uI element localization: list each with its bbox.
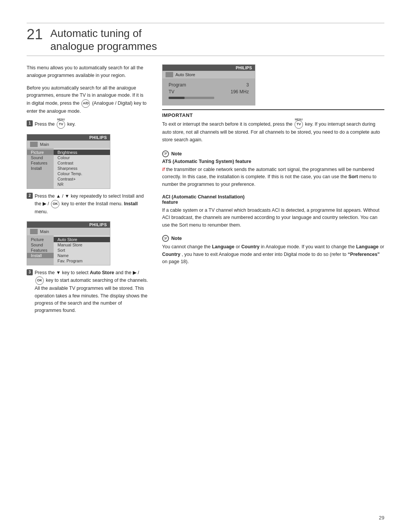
- aci-title: ACI (Automatic Channel Installation) fea…: [162, 194, 384, 205]
- menu-item-sound: Sound: [27, 155, 54, 160]
- menu2-item-favprogram: Fav. Program: [54, 258, 110, 264]
- ad-key-badge: A/D: [81, 99, 90, 108]
- page-number: 29: [379, 515, 384, 521]
- step1-num: 1: [27, 120, 33, 126]
- note2-icon: ☞: [162, 235, 169, 242]
- philips-topbar-2: Main: [27, 228, 110, 235]
- tv-key-badge-1: MENU TV: [57, 120, 65, 129]
- menu2-item-picture: Picture: [27, 237, 54, 242]
- autostore-progress-bar: [169, 97, 214, 99]
- step1-row: 1 Press the MENU TV key.: [27, 120, 148, 129]
- note2-title-row: ☞ Note: [162, 235, 384, 242]
- menu-item-contrast: Contrast: [54, 160, 110, 166]
- menu-item-picture: Picture: [27, 150, 54, 155]
- note2-text: You cannot change the Language or Countr…: [162, 243, 384, 265]
- philips-menu-body-1: Picture Sound Features Install Brightnes…: [27, 148, 110, 189]
- menu2-item-sort: Sort: [54, 248, 110, 253]
- philips-menu-1: PHILIPS Main Picture Sound Features Inst…: [27, 134, 110, 189]
- page: 21 Automatic tuning of analogue programm…: [0, 0, 411, 532]
- philips-menu-right-1: Brightness Colour Contrast Sharpness Col…: [54, 148, 110, 189]
- step2-num: 2: [27, 193, 33, 199]
- note1-label: Note: [171, 151, 182, 157]
- autostore-row1: Program 3: [169, 82, 249, 88]
- philips-menu-left-2: Picture Sound Features Install: [27, 235, 54, 265]
- step2-row: 2 Press the ▲ / ▼ key repeatedly to sele…: [27, 193, 148, 216]
- menu2-item-manualstore: Manual Store: [54, 242, 110, 248]
- intro-para2: Before you automatically search for all …: [27, 85, 148, 115]
- ok-key-badge-2: OK: [35, 276, 44, 285]
- note2-box: ☞ Note You cannot change the Language or…: [162, 235, 384, 265]
- two-col-layout: This menu allows you to automatically se…: [27, 64, 384, 320]
- important-title: IMPORTANT: [162, 112, 384, 118]
- note1-title-row: ☞ Note: [162, 150, 384, 157]
- menu2-item-sound: Sound: [27, 242, 54, 248]
- step3-text: Press the ▼ key to select Auto Store and…: [35, 269, 148, 315]
- step1-text: Press the MENU TV key.: [35, 120, 76, 129]
- note1-icon: ☞: [162, 150, 169, 157]
- note1-title: ATS (Automatic Tuning System) feature: [162, 159, 384, 164]
- menu-item-features: Features: [27, 160, 54, 166]
- note1-box: ☞ Note ATS (Automatic Tuning System) fea…: [162, 150, 384, 188]
- philips-topbar-1: Main: [27, 141, 110, 148]
- menu-item-install: Install: [27, 166, 54, 171]
- note1-text: If the transmitter or cable network send…: [162, 166, 384, 188]
- menu-item-colourtmp: Colour Temp.: [54, 171, 110, 176]
- aci-text: If a cable system or a TV channel which …: [162, 207, 384, 229]
- menu2-item-features: Features: [27, 248, 54, 253]
- menu-item-sharpness: Sharpness: [54, 166, 110, 171]
- menu2-item-name: Name: [54, 253, 110, 258]
- menu-item-brightness: Brightness: [54, 150, 110, 155]
- menu2-item-autostore: Auto Store: [54, 237, 110, 242]
- menu2-item-install: Install: [27, 253, 54, 258]
- right-column: PHILIPS Auto Store Program 3 TV 196 MHz: [162, 64, 384, 320]
- autostore-topbar: Auto Store: [162, 71, 255, 78]
- philips-tv-icon-2: [30, 229, 38, 234]
- autostore-row2: TV 196 MHz: [169, 89, 249, 94]
- menu-item-colour: Colour: [54, 155, 110, 160]
- chapter-title: Automatic tuning of analogue programmes: [50, 27, 157, 53]
- autostore-progress-fill: [169, 97, 185, 99]
- philips-menu-2: PHILIPS Main Picture Sound Features Inst…: [27, 221, 110, 265]
- ok-key-badge-1: OK: [51, 200, 59, 208]
- step3-row: 3 Press the ▼ key to select Auto Store a…: [27, 269, 148, 315]
- aci-box: ACI (Automatic Channel Installation) fea…: [162, 194, 384, 229]
- step2-block: 2 Press the ▲ / ▼ key repeatedly to sele…: [27, 193, 148, 216]
- menu-item-nr: NR: [54, 182, 110, 187]
- philips-menu-left-1: Picture Sound Features Install: [27, 148, 54, 189]
- autostore-box: PHILIPS Auto Store Program 3 TV 196 MHz: [162, 64, 255, 105]
- chapter-header: 21 Automatic tuning of analogue programm…: [27, 27, 384, 56]
- menu-item-contrastplus: Contrast+: [54, 176, 110, 182]
- step3-block: 3 Press the ▼ key to select Auto Store a…: [27, 269, 148, 315]
- philips-menu-right-2: Auto Store Manual Store Sort Name Fav. P…: [54, 235, 110, 265]
- autostore-tv-icon: [166, 72, 173, 77]
- tv-key-badge-2: MENU TV: [295, 120, 303, 129]
- philips-header-1: PHILIPS: [27, 134, 110, 141]
- left-column: This menu allows you to automatically se…: [27, 64, 148, 320]
- philips-menu-body-2: Picture Sound Features Install Auto Stor…: [27, 235, 110, 265]
- autostore-body: Program 3 TV 196 MHz: [162, 78, 255, 105]
- philips-tv-icon-1: [30, 142, 38, 147]
- step1-block: 1 Press the MENU TV key.: [27, 120, 148, 129]
- important-box: IMPORTANT To exit or interrupt the searc…: [162, 109, 384, 144]
- top-rule: [27, 23, 384, 23]
- autostore-header: PHILIPS: [162, 65, 255, 71]
- step2-text: Press the ▲ / ▼ key repeatedly to select…: [35, 193, 148, 216]
- important-text: To exit or interrupt the search before i…: [162, 120, 384, 144]
- chapter-number: 21: [27, 27, 43, 42]
- note2-label: Note: [171, 236, 182, 241]
- intro-para1: This menu allows you to automatically se…: [27, 64, 148, 79]
- philips-header-2: PHILIPS: [27, 222, 110, 228]
- step3-num: 3: [27, 269, 33, 275]
